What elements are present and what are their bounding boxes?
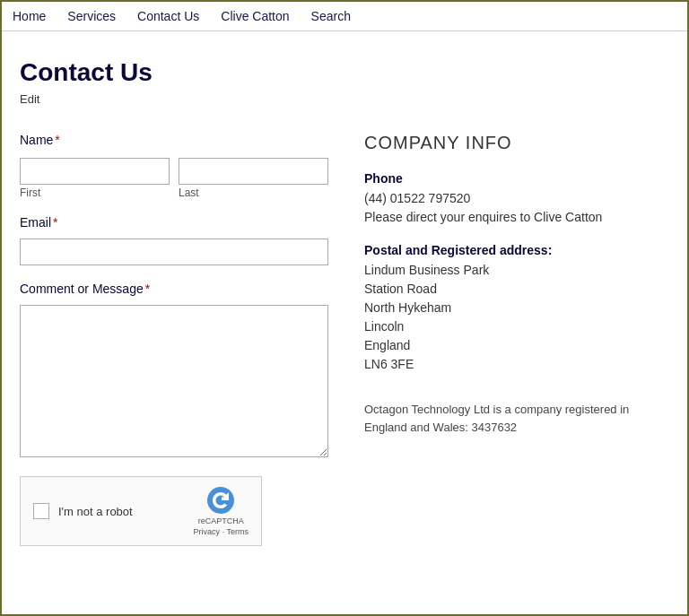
name-group: Name* First Last xyxy=(20,133,328,199)
nav-bar: Home Services Contact Us Clive Catton Se… xyxy=(2,2,687,31)
address-line-3: North Hykeham xyxy=(364,299,669,317)
nav-home[interactable]: Home xyxy=(13,9,46,23)
phone-label: Phone xyxy=(364,171,669,186)
phone-note: Please direct your enquires to Clive Cat… xyxy=(364,208,669,227)
captcha-left: I'm not a robot xyxy=(33,503,133,519)
address-line-6: LN6 3FE xyxy=(364,355,669,374)
captcha-checkbox[interactable] xyxy=(33,503,49,519)
last-label: Last xyxy=(179,187,328,199)
recaptcha-brand: reCAPTCHA xyxy=(198,516,244,525)
page-wrapper: Home Services Contact Us Clive Catton Se… xyxy=(0,0,689,616)
address-section: Postal and Registered address: Lindum Bu… xyxy=(364,243,669,374)
name-label: Name* xyxy=(20,133,328,147)
required-star-comment: * xyxy=(145,282,150,296)
email-input[interactable] xyxy=(20,239,328,265)
address-line-2: Station Road xyxy=(364,280,669,299)
contact-form: Name* First Last xyxy=(20,133,328,546)
captcha-box: I'm not a robot reCAPTCHA Privacy · Term… xyxy=(20,476,262,546)
last-name-input[interactable] xyxy=(179,158,328,185)
first-name-field: First xyxy=(20,152,170,199)
captcha-label: I'm not a robot xyxy=(58,505,133,518)
nav-clive[interactable]: Clive Catton xyxy=(221,9,289,23)
main-content: Contact Us Edit Name* First xyxy=(2,31,687,573)
captcha-links: Privacy · Terms xyxy=(194,527,249,536)
company-registration: Octagon Technology Ltd is a company regi… xyxy=(364,401,669,436)
phone-section: Phone (44) 01522 797520 Please direct yo… xyxy=(364,171,669,227)
address-label: Postal and Registered address: xyxy=(364,243,669,257)
company-info-title: COMPANY INFO xyxy=(364,133,669,153)
last-name-field: Last xyxy=(179,152,328,199)
page-title: Contact Us xyxy=(20,58,669,87)
address-line-4: Lincoln xyxy=(364,317,669,336)
phone-number: (44) 01522 797520 xyxy=(364,189,669,208)
address-line-5: England xyxy=(364,336,669,355)
recaptcha-logo-icon xyxy=(206,486,235,515)
email-label: Email* xyxy=(20,215,328,230)
comment-textarea[interactable] xyxy=(20,305,328,457)
first-label: First xyxy=(20,187,170,199)
edit-link[interactable]: Edit xyxy=(20,92,669,106)
address-line-1: Lindum Business Park xyxy=(364,261,669,280)
first-name-input[interactable] xyxy=(20,158,170,185)
captcha-right: reCAPTCHA Privacy · Terms xyxy=(194,486,249,536)
captcha-terms-link[interactable]: Terms xyxy=(227,527,249,536)
nav-search[interactable]: Search xyxy=(311,9,351,23)
two-column-layout: Name* First Last xyxy=(20,133,669,546)
captcha-separator: · xyxy=(222,527,225,536)
name-row: First Last xyxy=(20,152,328,199)
svg-point-0 xyxy=(207,487,234,514)
required-star-email: * xyxy=(53,215,57,230)
email-group: Email* xyxy=(20,215,328,265)
nav-contact[interactable]: Contact Us xyxy=(137,9,199,23)
required-star-name: * xyxy=(55,133,59,147)
captcha-privacy-link[interactable]: Privacy xyxy=(194,527,221,536)
comment-label: Comment or Message* xyxy=(20,282,328,296)
comment-group: Comment or Message* xyxy=(20,282,328,460)
company-info: COMPANY INFO Phone (44) 01522 797520 Ple… xyxy=(364,133,669,546)
nav-services[interactable]: Services xyxy=(67,9,116,23)
